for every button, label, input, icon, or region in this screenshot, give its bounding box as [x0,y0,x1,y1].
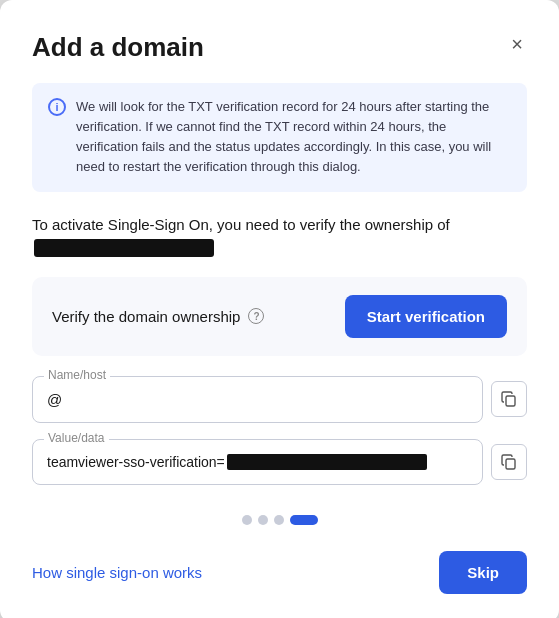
value-data-prefix: teamviewer-sso-verification= [47,454,225,470]
info-box: i We will look for the TXT verification … [32,83,527,192]
sso-link[interactable]: How single sign-on works [32,564,202,581]
info-icon: i [48,98,66,116]
skip-button[interactable]: Skip [439,551,527,594]
add-domain-modal: Add a domain × i We will look for the TX… [0,0,559,618]
copy-value-data-button[interactable] [491,444,527,480]
name-host-field-group: Name/host [32,376,527,423]
value-data-label: Value/data [44,431,109,445]
value-data-field-group: Value/data teamviewer-sso-verification= [32,439,527,485]
modal-header: Add a domain × [32,32,527,63]
copy-icon-2 [501,454,517,470]
dot-4 [290,515,318,525]
help-icon[interactable]: ? [248,308,264,324]
copy-name-host-button[interactable] [491,381,527,417]
domain-redacted [34,239,214,257]
svg-rect-0 [506,396,515,406]
dot-3 [274,515,284,525]
verify-label-group: Verify the domain ownership ? [52,308,264,325]
dot-2 [258,515,268,525]
copy-icon [501,391,517,407]
start-verification-button[interactable]: Start verification [345,295,507,338]
name-host-label: Name/host [44,368,110,382]
name-host-row [32,376,527,423]
name-host-input[interactable] [32,376,483,423]
value-data-input[interactable]: teamviewer-sso-verification= [32,439,483,485]
dot-1 [242,515,252,525]
value-data-row: teamviewer-sso-verification= [32,439,527,485]
modal-title: Add a domain [32,32,204,63]
modal-footer: How single sign-on works Skip [32,543,527,594]
pagination-dots [32,515,527,525]
info-text: We will look for the TXT verification re… [76,97,511,178]
close-button[interactable]: × [507,32,527,56]
verify-label: Verify the domain ownership [52,308,240,325]
ownership-text: To activate Single-Sign On, you need to … [32,214,527,259]
svg-rect-1 [506,459,515,469]
value-data-redacted [227,454,427,470]
verify-row: Verify the domain ownership ? Start veri… [32,277,527,356]
